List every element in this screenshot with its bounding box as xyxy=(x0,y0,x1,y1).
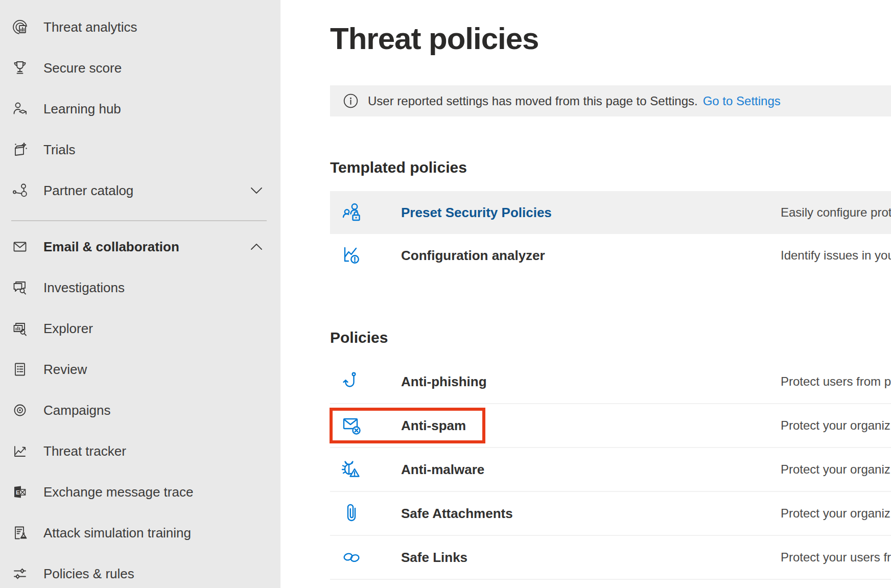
row-preset-security-policies[interactable]: Preset Security Policies Easily configur… xyxy=(330,191,891,234)
row-label: Safe Links xyxy=(401,550,467,566)
sidebar-item-exchange-message-trace[interactable]: E Exchange message trace xyxy=(0,472,280,512)
safe-attachments-icon xyxy=(340,502,364,525)
sidebar-item-label: Secure score xyxy=(43,60,122,76)
row-description: Protect your organiz xyxy=(781,506,891,521)
info-banner: User reported settings has moved from th… xyxy=(330,85,891,116)
sidebar-item-threat-tracker[interactable]: Threat tracker xyxy=(0,431,280,472)
row-label: Configuration analyzer xyxy=(401,248,545,264)
page-title: Threat policies xyxy=(330,22,538,55)
sidebar-item-secure-score[interactable]: Secure score xyxy=(0,48,280,88)
row-configuration-analyzer[interactable]: Configuration analyzer Identify issues i… xyxy=(330,234,891,277)
attack-simulation-icon xyxy=(11,524,29,542)
sidebar-item-trials[interactable]: Trials xyxy=(0,129,280,170)
mail-icon xyxy=(11,238,29,256)
banner-text: User reported settings has moved from th… xyxy=(368,94,698,108)
chevron-up-icon[interactable] xyxy=(251,244,262,250)
row-description: Identify issues in you xyxy=(781,248,891,263)
sidebar-item-label: Attack simulation training xyxy=(43,525,191,541)
sidebar-item-label: Email & collaboration xyxy=(43,239,179,255)
sidebar-item-label: Partner catalog xyxy=(43,183,133,199)
sidebar-item-label: Campaigns xyxy=(43,403,111,418)
templated-policies-heading: Templated policies xyxy=(330,159,467,176)
sidebar-item-label: Exchange message trace xyxy=(43,484,193,500)
row-description: Easily configure prot xyxy=(781,205,891,220)
sidebar-item-email-collaboration[interactable]: Email & collaboration xyxy=(0,226,280,267)
sidebar-item-threat-analytics[interactable]: Threat analytics xyxy=(0,7,280,48)
row-label: Anti-phishing xyxy=(401,374,487,390)
row-safe-links[interactable]: Safe Links Protect your users fr xyxy=(330,536,891,580)
info-icon xyxy=(343,93,358,108)
configuration-analyzer-icon xyxy=(340,244,364,267)
preset-security-policies-icon xyxy=(340,201,364,224)
sidebar-item-attack-simulation-training[interactable]: Attack simulation training xyxy=(0,512,280,553)
main-content: Threat policies User reported settings h… xyxy=(280,0,891,588)
sidebar-divider xyxy=(11,220,267,221)
explorer-icon xyxy=(11,319,29,338)
sidebar-item-label: Investigations xyxy=(43,280,125,296)
learning-hub-icon xyxy=(11,100,29,118)
investigations-icon xyxy=(11,278,29,297)
sidebar: Threat analytics Secure score Learning h… xyxy=(0,0,280,588)
review-icon xyxy=(11,360,29,379)
trophy-icon xyxy=(11,59,29,77)
threat-analytics-icon xyxy=(11,18,29,36)
sidebar-item-partner-catalog[interactable]: Partner catalog xyxy=(0,170,280,211)
sidebar-item-investigations[interactable]: Investigations xyxy=(0,267,280,308)
sidebar-item-label: Review xyxy=(43,362,87,378)
sidebar-item-label: Trials xyxy=(43,142,76,158)
policies-rules-icon xyxy=(11,565,29,583)
svg-text:E: E xyxy=(16,489,19,496)
threat-tracker-icon xyxy=(11,442,29,460)
partner-catalog-icon xyxy=(11,181,29,200)
sidebar-item-explorer[interactable]: Explorer xyxy=(0,308,280,349)
policies-heading: Policies xyxy=(330,329,388,346)
templated-policies-list: Preset Security Policies Easily configur… xyxy=(330,191,891,277)
row-anti-spam[interactable]: Anti-spam Protect your organiz xyxy=(330,404,891,448)
anti-spam-icon xyxy=(340,414,364,437)
row-safe-attachments[interactable]: Safe Attachments Protect your organiz xyxy=(330,492,891,536)
go-to-settings-link[interactable]: Go to Settings xyxy=(703,94,781,108)
anti-malware-icon xyxy=(340,458,364,481)
sidebar-item-label: Learning hub xyxy=(43,101,121,117)
sidebar-item-label: Threat analytics xyxy=(43,19,137,35)
sidebar-item-label: Threat tracker xyxy=(43,443,126,459)
sidebar-item-learning-hub[interactable]: Learning hub xyxy=(0,88,280,129)
row-label: Preset Security Policies xyxy=(401,205,552,221)
sidebar-item-label: Policies & rules xyxy=(43,566,134,582)
sidebar-item-policies-rules[interactable]: Policies & rules xyxy=(0,553,280,588)
row-description: Protect your users fr xyxy=(781,550,891,565)
exchange-icon: E xyxy=(11,483,29,501)
row-anti-malware[interactable]: Anti-malware Protect your organiz xyxy=(330,448,891,492)
row-label: Safe Attachments xyxy=(401,506,513,522)
chevron-down-icon[interactable] xyxy=(251,187,262,194)
sidebar-item-review[interactable]: Review xyxy=(0,349,280,390)
safe-links-icon xyxy=(340,546,364,569)
policies-list: Anti-phishing Protect users from p Anti-… xyxy=(330,360,891,580)
sidebar-item-label: Explorer xyxy=(43,321,93,337)
trials-icon xyxy=(11,140,29,159)
row-description: Protect your organiz xyxy=(781,418,891,433)
campaigns-icon xyxy=(11,401,29,419)
row-description: Protect users from p xyxy=(781,374,891,389)
row-label: Anti-spam xyxy=(401,418,466,434)
row-anti-phishing[interactable]: Anti-phishing Protect users from p xyxy=(330,360,891,404)
anti-phishing-icon xyxy=(340,370,364,393)
sidebar-item-campaigns[interactable]: Campaigns xyxy=(0,390,280,431)
row-label: Anti-malware xyxy=(401,462,484,478)
row-description: Protect your organiz xyxy=(781,462,891,477)
